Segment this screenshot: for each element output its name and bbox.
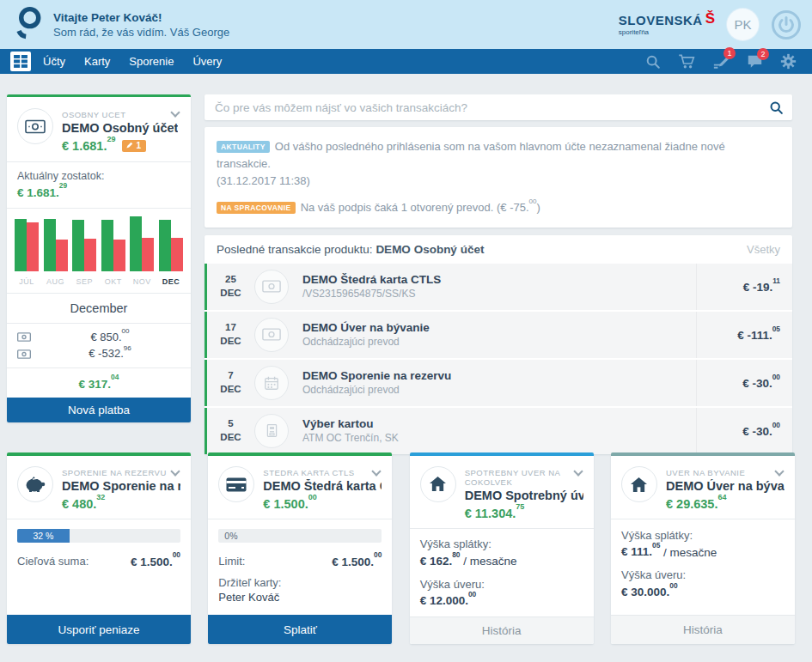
greeting-title: Vitajte Peter Kováč! <box>53 11 229 24</box>
transaction-row[interactable]: 5DEC Výber kartou ATM OC Trenčín, SK € -… <box>205 408 792 454</box>
transaction-amount: € -111.05 <box>696 312 792 358</box>
bar-month-label[interactable]: OKT <box>105 277 122 286</box>
george-logo-icon <box>10 5 45 45</box>
history-button[interactable]: História <box>611 615 795 644</box>
nav-item-sporenie[interactable]: Sporenie <box>129 55 174 68</box>
transaction-row[interactable]: 25DEC DEMO Štedrá karta CTLS /VS23159654… <box>205 264 792 310</box>
mortgage-header[interactable]: UVER NA BYVANIE DEMO Úver na bývanie € 2… <box>611 456 795 519</box>
bank-logo: SLOVENSKÁ Š sporiteľňa <box>619 13 715 36</box>
account-card-header[interactable]: OSOBNY UCET DEMO Osobný účet € 1.681.29 … <box>7 97 191 161</box>
account-balance: € 1.681.29 1 <box>62 138 178 153</box>
bar-month-label[interactable]: DEC <box>162 277 180 286</box>
main-nav: Účty Karty Sporenie Úvery 1 2 <box>0 49 812 74</box>
account-card: OSOBNY UCET DEMO Osobný účet € 1.681.29 … <box>7 94 191 422</box>
george-banking-page: Vitajte Peter Kováč! Som rád, že vás vid… <box>0 0 812 662</box>
bar-vydavky <box>113 240 125 271</box>
transaction-title: DEMO Úver na bývanie <box>302 321 696 334</box>
gear-icon[interactable] <box>780 53 797 70</box>
nav-item-uvery[interactable]: Úvery <box>192 55 222 68</box>
savings-card: SPORENIE NA REZERVU DEMO Sporenie na re.… <box>7 452 191 644</box>
consumer-loan-title: DEMO Spotrebný úve... <box>465 489 583 502</box>
search-input[interactable] <box>205 101 760 114</box>
all-transactions-link[interactable]: Všetky <box>747 243 780 256</box>
notification-na-spracovanie: NA SPRACOVANIENa váš podpis čaká 1 otvor… <box>217 199 780 216</box>
consumer-loan-header[interactable]: SPOTREBNY UVER NA COKOLVEK DEMO Spotrebn… <box>410 456 594 528</box>
bank-logo-text: SLOVENSKÁ <box>619 13 703 27</box>
loan-amount-stat: Výška úveru: € 30.000.00 <box>621 568 785 598</box>
installment-stat: Výška splátky: € 111.05 / mesačne <box>621 529 785 559</box>
house-icon <box>621 466 657 502</box>
installment-label: Výška splátky: <box>420 537 583 550</box>
limit-label: Limit: <box>218 555 245 568</box>
credit-card-title: DEMO Štedrá karta C... <box>263 479 382 493</box>
repay-button[interactable]: Splatiť <box>208 615 392 644</box>
bar-group: SEP <box>71 216 97 286</box>
savings-card-header[interactable]: SPORENIE NA REZERVU DEMO Sporenie na re.… <box>7 456 191 519</box>
new-payment-button[interactable]: Nová platba <box>7 398 191 422</box>
bar-prijmy <box>44 219 56 271</box>
transaction-search <box>205 94 792 120</box>
banknote-icon <box>254 318 289 352</box>
bar-month-label[interactable]: AUG <box>46 277 64 286</box>
save-money-button[interactable]: Usporiť peniaze <box>7 615 191 644</box>
banknote-out-icon <box>17 349 40 359</box>
nav-item-ucty[interactable]: Účty <box>43 55 65 68</box>
mortgage-title: DEMO Úver na bývanie <box>666 479 785 493</box>
bar-prijmy <box>130 216 142 271</box>
bar-vydavky <box>56 240 68 271</box>
bar-month-label[interactable]: NOV <box>133 277 151 286</box>
account-title: DEMO Osobný účet <box>62 121 178 135</box>
transaction-subtitle: ATM OC Trenčín, SK <box>302 432 696 444</box>
nav-item-karty[interactable]: Karty <box>84 55 110 68</box>
bar-group: NOV <box>129 216 155 286</box>
bar-month-label[interactable]: SEP <box>76 277 93 286</box>
transaction-date: 7DEC <box>207 369 254 396</box>
transaction-subtitle: /VS23159654875/SS/KS <box>302 288 696 300</box>
month-income-row: € 850.00 <box>7 329 191 345</box>
transaction-row[interactable]: 17DEC DEMO Úver na bývanie Odchádzajúci … <box>205 312 792 358</box>
overview-grid-icon[interactable] <box>10 52 31 71</box>
bar-prijmy <box>72 220 84 271</box>
account-type-label: OSOBNY UCET <box>62 110 178 119</box>
transaction-amount: € -19.11 <box>696 264 792 310</box>
mini-bar-chart: JÚLAUGSEPOKTNOVDEC <box>7 208 191 293</box>
atm-icon <box>254 414 289 448</box>
holder-label: Držiteľ karty: <box>218 576 382 589</box>
search-submit-icon[interactable] <box>760 100 792 115</box>
bar-vydavky <box>171 238 183 272</box>
bar-vydavky <box>142 238 154 272</box>
progress-label: 0% <box>224 529 237 543</box>
bar-group: JÚL <box>14 216 40 286</box>
logout-power-icon[interactable] <box>771 9 802 40</box>
bar-month-label[interactable]: JÚL <box>19 277 34 286</box>
holder-name: Peter Kováč <box>218 591 382 604</box>
chat-badge: 2 <box>757 48 769 60</box>
credit-card-header[interactable]: STEDRA KARTA CTLS DEMO Štedrá karta C...… <box>208 456 392 519</box>
transaction-date: 25DEC <box>207 273 254 300</box>
savings-title: DEMO Sporenie na re... <box>62 479 180 493</box>
pending-signatures-badge[interactable]: 1 <box>122 140 146 152</box>
notification-aktuality: AKTUALITYOd vášho posledného prihlásenia… <box>217 138 780 190</box>
banknote-icon <box>17 108 53 144</box>
transaction-subtitle: Odchádzajúci prevod <box>302 384 696 396</box>
month-expense-row: € -532.96 <box>7 345 191 361</box>
bar-group: DEC <box>158 216 184 286</box>
history-button[interactable]: História <box>410 616 594 644</box>
signature-icon[interactable]: 1 <box>712 53 730 70</box>
avatar[interactable]: PK <box>727 9 759 40</box>
bar-prijmy <box>15 219 27 271</box>
search-icon[interactable] <box>645 54 661 70</box>
chat-icon[interactable]: 2 <box>747 54 763 70</box>
notification-date: (31.12.2017 11:38) <box>217 173 780 190</box>
calendar-icon <box>254 366 289 400</box>
transaction-row[interactable]: 7DEC DEMO Sporenie na rezervu Odchádzajú… <box>205 360 792 406</box>
goal-label: Cieľová suma: <box>17 555 89 568</box>
selected-month-name: December <box>7 294 191 323</box>
current-balance-label: Aktuálny zostatok: <box>17 170 180 182</box>
installment-stat: Výška splátky: € 162.80 / mesačne <box>420 537 583 568</box>
loan-amount-label: Výška úveru: <box>420 578 583 591</box>
consumer-loan-card: SPOTREBNY UVER NA COKOLVEK DEMO Spotrebn… <box>410 452 594 644</box>
credit-card-balance: € 1.500.00 <box>263 496 382 511</box>
cart-icon[interactable] <box>678 53 695 70</box>
credit-card-type-label: STEDRA KARTA CTLS <box>263 468 382 477</box>
